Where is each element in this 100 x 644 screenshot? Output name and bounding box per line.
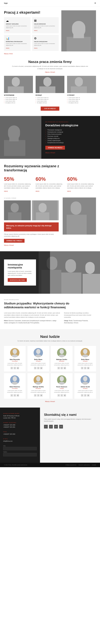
social-t-icon[interactable]: t: [37, 394, 39, 396]
svg-rect-18: [11, 203, 19, 212]
strategy-content: DO PROBLEMU DO ROZWIĄZANIA Doradztwo str…: [41, 116, 100, 159]
hero-card-icon: 🏛: [34, 19, 57, 22]
social-t-icon[interactable]: t: [61, 367, 63, 369]
work-btn[interactable]: COŚ DO WIĘCEJ: [41, 106, 59, 111]
social-f-icon[interactable]: f: [11, 367, 13, 369]
social-f-icon[interactable]: f: [58, 394, 60, 396]
hero-card-link[interactable]: więcej: [6, 30, 9, 31]
svg-rect-2: [67, 37, 91, 52]
strategy-nav-link[interactable]: Więcej o firmach: [45, 152, 55, 154]
social-f-icon[interactable]: f: [81, 367, 83, 369]
stat-link[interactable]: więcej: [4, 190, 8, 192]
hero-section: Pracuj z ekspertami! ☁ ZDROJE / SZKOLENI…: [0, 6, 100, 54]
svg-rect-30: [61, 272, 81, 294]
work-header-link[interactable]: Zdjęcia o firmach: [45, 72, 55, 73]
strategy-image: [0, 116, 41, 159]
social-t-icon[interactable]: t: [37, 367, 39, 369]
people-name: Betty Nkam: [30, 359, 47, 360]
social-in-icon[interactable]: in: [64, 367, 66, 369]
contact-right-title: Skontaktuj się z nami: [44, 413, 96, 416]
case-tags-label: Usługi:: [64, 320, 69, 322]
form-name-input[interactable]: [3, 447, 37, 450]
stat-link[interactable]: więcej: [67, 190, 71, 192]
people-name: Baba Robertos: [6, 386, 23, 388]
people-name: Nate Reynolds: [6, 359, 23, 360]
social-t-icon[interactable]: t: [84, 394, 86, 396]
contact-social-icon[interactable]: y: [49, 425, 53, 428]
people-card-0: Nate Reynolds Konsultant Lorem ipsum dol…: [4, 346, 26, 371]
strategy-label: DO PROBLEMU DO ROZWIĄZANIA: [45, 121, 96, 122]
social-f-icon[interactable]: f: [34, 367, 36, 369]
footer-link[interactable]: Kontakt: [92, 464, 96, 466]
svg-rect-12: [71, 86, 87, 93]
social-t-icon[interactable]: t: [14, 367, 16, 369]
hero-card-link[interactable]: więcej: [34, 48, 37, 49]
innovative-btn[interactable]: SKONTAKTUJ SIĘ Z NAMI: [8, 278, 27, 282]
about-nav-link[interactable]: Więcej o firmach: [4, 244, 14, 246]
hero-nav-text: Więcej o firmie: [4, 53, 59, 54]
social-f-icon[interactable]: f: [58, 367, 60, 369]
contact-info-label: NUMER TELEFONU: [3, 422, 37, 423]
avatar: [34, 348, 43, 357]
hero-card-2: 📊 MARKETING STRATEGICZNY Lorem ipsum dol…: [4, 35, 31, 51]
people-social: f t in: [30, 394, 47, 396]
svg-rect-31: [85, 262, 95, 274]
hamburger-icon[interactable]: ≡: [94, 2, 96, 5]
about-main-img: [4, 200, 31, 220]
case-paragraph: Lorem ipsum dolor sit amet, consectetur …: [4, 312, 60, 318]
stat-link[interactable]: więcej: [36, 190, 39, 192]
work-card-title: WYRÓŻNIENIE: [4, 94, 33, 96]
people-social: f t in: [6, 367, 23, 369]
social-f-icon[interactable]: f: [81, 394, 83, 396]
people-nav-link[interactable]: Więcej o firmach: [45, 401, 55, 402]
case-label: NASZE ROZWIĄZANIA: [4, 299, 96, 300]
people-desc: Co lorem sit amet, maximus exercitation …: [13, 340, 87, 342]
hero-card-link[interactable]: więcej: [34, 30, 37, 31]
work-item: •Lorem ipsum dolor: [36, 100, 65, 102]
work-item: •Lorem ipsum dolor sit: [4, 99, 33, 100]
social-t-icon[interactable]: t: [61, 394, 63, 396]
about-btn[interactable]: DOWIEDZ SIĘ O WIĘCEJ: [4, 239, 25, 243]
strategy-title: Doradztwo strategiczne: [45, 124, 96, 127]
hero-card-title: USŁUGI ZARZĄDZANIA: [34, 41, 57, 42]
contact-section: NASZE GŁÓWNE BIURO Suite 35 Roseway St B…: [0, 408, 100, 463]
hero-card-icon: ☁: [6, 19, 29, 22]
social-in-icon[interactable]: in: [17, 367, 19, 369]
social-in-icon[interactable]: in: [40, 394, 42, 396]
social-f-icon[interactable]: f: [34, 394, 36, 396]
social-t-icon[interactable]: t: [84, 367, 86, 369]
people-social: f t in: [53, 394, 70, 396]
social-in-icon[interactable]: in: [87, 367, 89, 369]
hero-card-link[interactable]: więcej: [6, 48, 9, 49]
work-section: Nasza praca zmienia firmy Co lorem sit a…: [0, 54, 100, 116]
contact-info-value: info@firma.com: [3, 440, 37, 442]
people-desc: Lorem ipsum dolor sit amet consectetur a…: [6, 390, 23, 393]
footer-link[interactable]: Warunki użytkowania: [79, 464, 90, 466]
svg-rect-25: [67, 215, 87, 234]
social-in-icon[interactable]: in: [17, 394, 19, 396]
social-in-icon[interactable]: in: [87, 394, 89, 396]
work-title: Nasza praca zmienia firmy: [4, 60, 96, 64]
svg-rect-29: [65, 259, 76, 272]
social-in-icon[interactable]: in: [40, 367, 42, 369]
stat-num: 55%: [4, 176, 33, 182]
contact-social-icon[interactable]: in: [54, 425, 58, 428]
hero-cards-grid: ☁ ZDROJE / SZKOLENIA Lorem ipsum dolor s…: [4, 17, 59, 51]
form-phone-input[interactable]: [3, 453, 37, 456]
strategy-btn[interactable]: DOWIEDZ SIĘ WIĘCEJ: [45, 146, 65, 150]
people-role: Doradca: [77, 360, 94, 362]
strategy-list: ✓Planowanie strategiczne✓Doświadczenie r…: [45, 129, 96, 144]
footer-link[interactable]: Polityka prywatności: [66, 464, 76, 466]
contact-social-icon[interactable]: in: [59, 425, 63, 428]
hero-link[interactable]: Więcej o firmie: [4, 53, 13, 54]
people-desc: Lorem ipsum dolor sit amet consectetur a…: [77, 390, 94, 393]
strategy-item: ✓Doświadczenie rozwiązuje: [45, 131, 96, 133]
work-card-2: CYFROWY •Lorem ipsum dolor sit •Lorem ip…: [67, 76, 96, 104]
svg-rect-24: [71, 202, 81, 215]
social-f-icon[interactable]: f: [11, 394, 13, 396]
contact-social-icon[interactable]: f: [44, 425, 48, 428]
social-t-icon[interactable]: t: [14, 394, 16, 396]
social-in-icon[interactable]: in: [64, 394, 66, 396]
about-desc: Oferuje naszym klientom przeszkody zmian…: [4, 233, 59, 237]
people-card-5: Mattoge Smitha Menedżer Lorem ipsum dolo…: [27, 373, 49, 399]
